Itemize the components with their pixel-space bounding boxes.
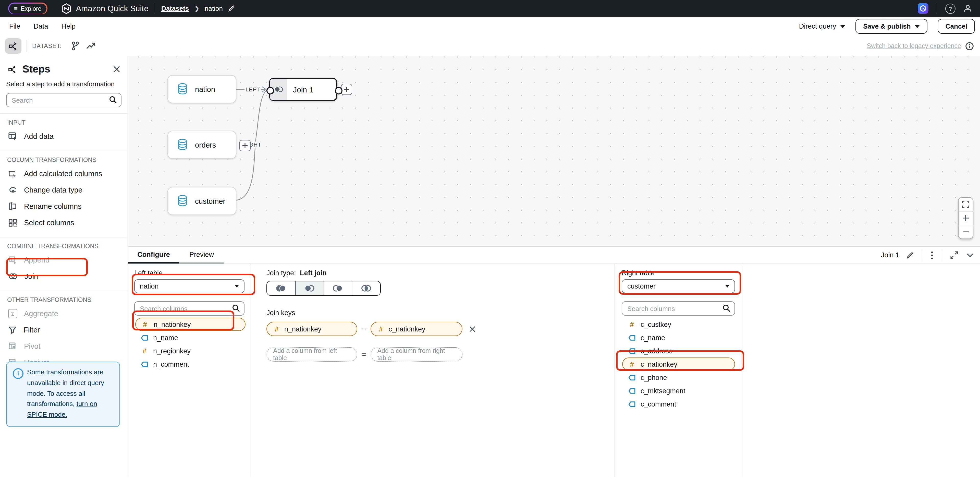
numeric-type-icon: #: [628, 321, 635, 328]
breadcrumb-datasets-link[interactable]: Datasets: [161, 5, 189, 12]
rename-columns-icon: [8, 202, 18, 211]
steps-view-toggle-button[interactable]: [5, 38, 21, 54]
column-item-c_mktsegment[interactable]: c_mktsegment: [622, 384, 735, 397]
close-icon[interactable]: [113, 65, 121, 73]
sidebar-item-select-columns[interactable]: Select columns: [0, 214, 127, 231]
join-input-port[interactable]: [266, 86, 274, 94]
info-icon[interactable]: [965, 41, 974, 50]
explore-button[interactable]: ≡ Explore: [9, 3, 46, 14]
column-name: c_phone: [641, 373, 667, 381]
right-column-search: [622, 302, 735, 316]
join-config-panel: Configure Preview Join 1: [128, 246, 980, 477]
table-node-nation[interactable]: nation: [167, 75, 236, 103]
table-node-customer[interactable]: customer: [167, 187, 236, 215]
string-type-icon: [628, 388, 635, 394]
lineage-view-icon[interactable]: [68, 38, 83, 54]
cancel-button[interactable]: Cancel: [938, 19, 975, 34]
table-node-orders[interactable]: orders: [167, 131, 236, 159]
string-type-icon: [628, 348, 635, 354]
inner-join-option[interactable]: [352, 281, 380, 295]
panel-header-controls: Join 1: [881, 247, 980, 263]
search-icon: [232, 304, 240, 313]
search-icon: [109, 96, 118, 104]
top-bar: ≡ Explore Amazon Quick Suite Datasets ❯ …: [0, 0, 980, 17]
steps-search-input[interactable]: [6, 93, 121, 107]
full-join-option[interactable]: [267, 281, 295, 295]
tab-configure[interactable]: Configure: [128, 247, 179, 263]
sidebar-item-filter[interactable]: Filter: [0, 322, 127, 338]
sidebar-item-add-calculated-columns[interactable]: fx Add calculated columns: [0, 166, 127, 182]
trend-view-icon[interactable]: [83, 38, 99, 54]
legacy-experience-link[interactable]: Switch back to legacy experience: [867, 42, 961, 49]
search-icon: [722, 304, 731, 313]
left-table-dropdown[interactable]: nation: [134, 279, 245, 293]
left-column-search-input[interactable]: [134, 302, 245, 316]
column-name: c_name: [641, 334, 665, 341]
column-item-c_nationkey[interactable]: # c_nationkey: [622, 357, 735, 371]
edit-join-name-pencil-icon[interactable]: [905, 250, 915, 260]
join-key-right-name: c_nationkey: [388, 325, 425, 333]
join-node[interactable]: Join 1: [269, 78, 337, 101]
fit-to-screen-button[interactable]: [959, 198, 973, 211]
caret-down-icon: [840, 25, 845, 28]
zoom-in-button[interactable]: [959, 211, 973, 225]
sidebar-item-append: Append: [0, 252, 127, 268]
kebab-menu-icon[interactable]: [927, 250, 937, 260]
join-key-right[interactable]: # c_nationkey: [371, 322, 463, 336]
item-label: Rename columns: [24, 202, 82, 211]
menu-file[interactable]: File: [9, 22, 21, 30]
remove-join-key-icon[interactable]: [469, 325, 476, 333]
join-icon: [8, 273, 18, 280]
rename-dataset-pencil-icon[interactable]: [228, 5, 235, 12]
join-type-section: Join type: Left join Join keys: [251, 264, 615, 477]
column-name: n_nationkey: [154, 321, 191, 328]
save-publish-button[interactable]: Save & publish: [856, 19, 928, 34]
item-label: Add calculated columns: [24, 169, 102, 178]
sidebar-item-rename-columns[interactable]: Rename columns: [0, 198, 127, 214]
calculated-columns-icon: fx: [8, 169, 18, 178]
right-table-dropdown[interactable]: customer: [622, 279, 735, 293]
column-item-c_address[interactable]: c_address: [622, 344, 735, 357]
column-item-n_name[interactable]: n_name: [134, 331, 245, 344]
query-mode-value: Direct query: [799, 22, 836, 30]
join-output-port[interactable]: [334, 86, 342, 94]
expand-panel-icon[interactable]: [949, 250, 959, 260]
column-name: c_custkey: [641, 321, 671, 328]
collapse-panel-chevron-icon[interactable]: [965, 250, 975, 260]
right-column-search-input[interactable]: [622, 302, 735, 316]
menu-help[interactable]: Help: [62, 22, 76, 30]
add-step-button-orders[interactable]: [239, 140, 251, 151]
sidebar-item-join[interactable]: Join: [0, 268, 127, 284]
flow-canvas[interactable]: LEFT RIGHT nation orders customer Join 1: [128, 56, 980, 246]
steps-title: Steps: [22, 63, 50, 75]
sidebar-item-add-data[interactable]: Add data: [0, 128, 127, 145]
column-item-n_comment[interactable]: n_comment: [134, 357, 245, 371]
column-item-n_nationkey[interactable]: # n_nationkey: [135, 317, 245, 331]
column-name: n_comment: [153, 360, 189, 368]
add-left-column-placeholder[interactable]: Add a column from left table: [266, 347, 357, 362]
user-icon[interactable]: [963, 3, 973, 14]
help-icon[interactable]: ?: [945, 3, 956, 14]
query-mode-dropdown[interactable]: Direct query: [799, 22, 845, 30]
column-item-c_custkey[interactable]: # c_custkey: [622, 317, 735, 331]
quick-suite-app-icon[interactable]: [918, 3, 928, 14]
sidebar-item-pivot: Pivot: [0, 338, 127, 354]
tab-preview[interactable]: Preview: [179, 247, 224, 263]
full-join-icon: [275, 284, 287, 293]
column-item-c_name[interactable]: c_name: [622, 331, 735, 344]
sidebar-item-change-data-type[interactable]: Change data type: [0, 182, 127, 198]
steps-header: Steps: [0, 56, 127, 75]
column-item-c_comment[interactable]: c_comment: [622, 397, 735, 411]
caret-down-icon: [915, 25, 920, 28]
left-join-option[interactable]: [295, 281, 324, 295]
column-item-c_phone[interactable]: c_phone: [622, 371, 735, 384]
right-join-option[interactable]: [323, 281, 352, 295]
menubar-right: Direct query Save & publish Cancel: [799, 19, 980, 34]
column-item-n_regionkey[interactable]: # n_regionkey: [134, 344, 245, 357]
zoom-out-button[interactable]: [959, 225, 973, 238]
menu-data[interactable]: Data: [34, 22, 48, 30]
join-key-left[interactable]: # n_nationkey: [266, 322, 357, 336]
add-step-button-join[interactable]: [341, 84, 352, 95]
panel-title: Join 1: [881, 251, 899, 259]
add-right-column-placeholder[interactable]: Add a column from right table: [371, 347, 463, 362]
